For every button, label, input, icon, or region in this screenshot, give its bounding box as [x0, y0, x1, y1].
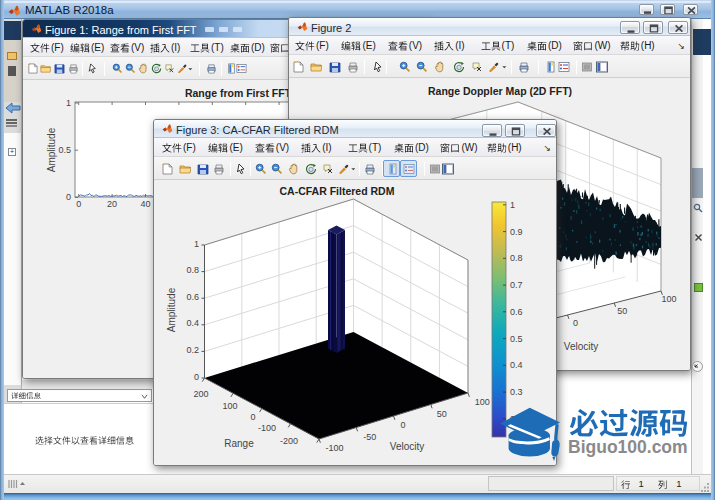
svg-text:Velocity: Velocity: [390, 441, 424, 452]
svg-text:0: 0: [66, 192, 71, 202]
svg-text:0.6: 0.6: [186, 292, 199, 302]
svg-text:Amplitude: Amplitude: [166, 287, 177, 332]
svg-text:-50: -50: [363, 432, 376, 442]
svg-text:0.2: 0.2: [186, 345, 199, 355]
svg-text:0: 0: [573, 318, 578, 328]
svg-text:-100: -100: [258, 423, 276, 433]
svg-text:0.3: 0.3: [510, 387, 523, 397]
svg-text:-100: -100: [325, 443, 343, 453]
svg-text:0.5: 0.5: [58, 145, 71, 155]
svg-text:0: 0: [194, 372, 199, 382]
svg-text:0.8: 0.8: [186, 265, 199, 275]
svg-text:0: 0: [76, 199, 81, 209]
svg-text:0.7: 0.7: [510, 280, 523, 290]
svg-text:20: 20: [107, 199, 117, 209]
svg-text:1: 1: [194, 239, 199, 249]
svg-text:0.8: 0.8: [510, 253, 523, 263]
svg-text:50: 50: [617, 306, 627, 316]
svg-text:Velocity: Velocity: [564, 341, 598, 352]
svg-text:1: 1: [510, 200, 515, 210]
svg-text:200: 200: [193, 389, 208, 399]
svg-text:0.9: 0.9: [510, 227, 523, 237]
svg-text:1: 1: [66, 98, 71, 108]
svg-text:-200: -200: [280, 436, 298, 446]
svg-text:0: 0: [400, 420, 405, 430]
svg-text:CA-CFAR Filtered RDM: CA-CFAR Filtered RDM: [280, 185, 395, 197]
svg-text:Range: Range: [224, 438, 254, 449]
svg-text:0: 0: [250, 412, 255, 422]
svg-text:0.5: 0.5: [510, 334, 523, 344]
svg-text:100: 100: [222, 401, 237, 411]
svg-text:Range Doppler Map (2D FFT): Range Doppler Map (2D FFT): [428, 85, 572, 97]
svg-text:0.6: 0.6: [510, 307, 523, 317]
svg-text:50: 50: [437, 409, 447, 419]
svg-text:100: 100: [661, 294, 676, 304]
svg-text:Amplitude: Amplitude: [46, 127, 57, 172]
svg-text:Range from First FFT: Range from First FFT: [185, 87, 292, 99]
svg-text:100: 100: [475, 397, 490, 407]
svg-text:0.4: 0.4: [186, 318, 199, 328]
svg-text:40: 40: [140, 199, 150, 209]
svg-text:0.4: 0.4: [510, 360, 523, 370]
